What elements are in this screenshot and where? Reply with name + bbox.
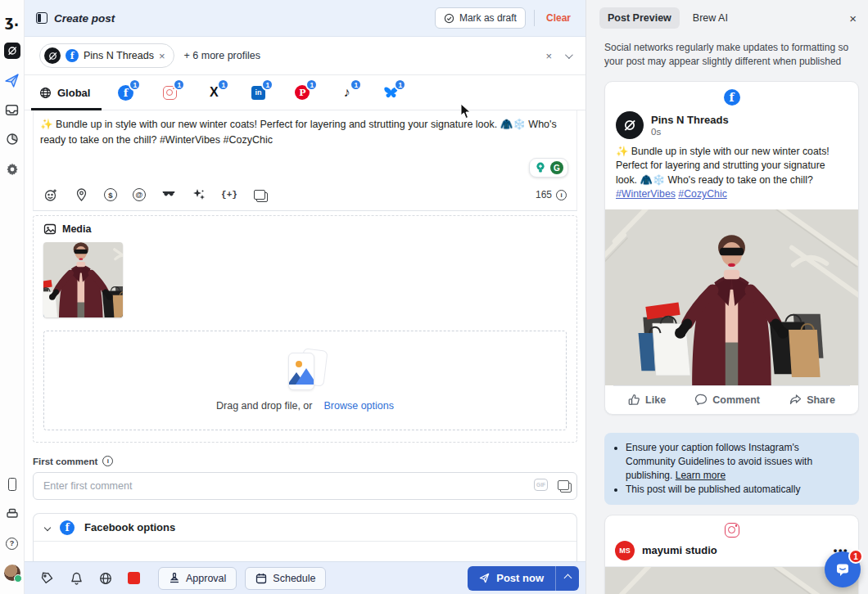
media-library-icon[interactable] <box>558 480 569 490</box>
workspace-avatar[interactable] <box>3 42 21 60</box>
chevron-down-icon[interactable] <box>565 51 573 59</box>
mark-as-draft-button[interactable]: Mark as draft <box>435 7 526 29</box>
composer-footer: Approval Schedule Post now <box>25 561 585 594</box>
tab-badge: 1 <box>129 79 141 91</box>
tab-badge: 1 <box>350 79 362 91</box>
notification-bell-icon[interactable] <box>69 571 84 586</box>
post-now-button[interactable]: Post now <box>468 566 555 591</box>
nav-publish[interactable] <box>3 71 21 89</box>
schedule-button[interactable]: Schedule <box>245 567 326 590</box>
approval-button[interactable]: Approval <box>158 567 237 590</box>
tab-x-twitter[interactable]: X 1 <box>205 83 223 101</box>
composer-header: Create post Mark as draft Clear <box>25 0 585 37</box>
inbox-icon <box>5 103 19 117</box>
nav-settings[interactable] <box>3 160 21 178</box>
collapse-chevron-icon <box>44 524 51 530</box>
chat-bubble-icon <box>834 561 851 578</box>
learn-more-link[interactable]: Learn more <box>676 470 726 481</box>
tab-pinterest[interactable]: P 1 <box>293 83 311 101</box>
chat-widget-button[interactable]: 1 <box>825 551 861 587</box>
facebook-options-header[interactable]: f Facebook options <box>34 514 576 542</box>
thumbs-up-icon <box>628 394 640 406</box>
chevron-up-icon <box>563 574 572 583</box>
tab-facebook[interactable]: f 1 <box>116 83 134 101</box>
more-profiles-link[interactable]: + 6 more profiles <box>184 50 260 61</box>
left-icon-rail: ʒ. <box>0 0 25 594</box>
product-tag-icon[interactable]: $ <box>104 188 117 201</box>
hashtag-link: #CozyChic <box>678 188 726 200</box>
instagram-icon <box>725 523 739 538</box>
tab-post-preview[interactable]: Post Preview <box>599 7 680 29</box>
image-placeholder-icon <box>287 349 324 392</box>
media-library-icon[interactable] <box>252 187 267 202</box>
tab-global[interactable]: Global <box>39 75 90 110</box>
send-icon <box>479 573 490 583</box>
media-thumbnail[interactable] <box>43 242 123 317</box>
network-tabs: Global f 1 1 X 1 in 1 <box>25 75 585 110</box>
approval-stamp-icon <box>169 573 180 584</box>
tiktok-icon: ♪ <box>343 85 350 100</box>
globe-icon[interactable] <box>98 571 113 586</box>
meme-sunglasses-icon[interactable] <box>161 187 176 202</box>
caption-textarea[interactable]: ✨ Bundle up in style with our new winter… <box>40 117 559 155</box>
paper-plane-icon <box>5 74 19 88</box>
comment-button: Comment <box>695 394 760 406</box>
tab-instagram[interactable]: 1 <box>160 83 179 101</box>
calendar-icon <box>255 573 267 584</box>
panel-toggle-icon[interactable] <box>36 12 47 24</box>
nav-inbox[interactable] <box>3 101 21 119</box>
nav-analytics[interactable] <box>3 130 21 148</box>
idea-lightbulb-icon[interactable] <box>534 161 547 174</box>
info-icon[interactable]: i <box>102 456 113 466</box>
ai-assistant-icon[interactable] <box>192 187 206 202</box>
facebook-options-title: Facebook options <box>84 521 175 533</box>
app-logo: ʒ. <box>3 12 21 30</box>
facebook-icon: f <box>66 49 79 62</box>
user-profile[interactable] <box>3 564 21 582</box>
browse-options-link[interactable]: Browse options <box>323 400 393 412</box>
tab-bluesky[interactable]: 1 <box>382 83 400 101</box>
first-comment-section: First comment i GIF <box>33 456 577 500</box>
clear-button[interactable]: Clear <box>543 12 574 24</box>
tab-linkedin[interactable]: in 1 <box>249 83 267 101</box>
facebook-icon: f <box>60 520 75 535</box>
grammar-checker-icon[interactable]: G <box>550 161 563 174</box>
file-dropzone[interactable]: Drag and drop file, or Browse options <box>43 331 567 430</box>
facebook-preview-card: f Pins N Threads 0s ✨ Bundle up in style… <box>604 81 859 415</box>
profile-name: Pins N Threads <box>84 50 154 61</box>
close-panel-icon[interactable]: × <box>849 11 857 25</box>
mention-icon[interactable]: @ <box>133 188 146 201</box>
gif-picker-icon[interactable]: GIF <box>534 479 548 491</box>
emoji-picker-icon[interactable] <box>43 187 58 202</box>
composer-panel: Create post Mark as draft Clear <box>25 0 585 594</box>
profile-chip[interactable]: f Pins N Threads × <box>39 43 174 68</box>
nav-help[interactable]: ? <box>3 534 21 552</box>
user-avatar <box>4 565 20 581</box>
app-window: ʒ. <box>0 0 868 594</box>
variables-icon[interactable]: {+} <box>222 187 237 202</box>
help-icon: ? <box>6 538 18 550</box>
post-now-split-button: Post now <box>468 566 579 591</box>
composer-body: f Pins N Threads × + 6 more profiles × <box>25 37 585 561</box>
nav-mobile[interactable] <box>3 475 21 493</box>
first-comment-input[interactable] <box>33 472 577 500</box>
remove-profile-icon[interactable]: × <box>159 50 165 62</box>
draft-icon <box>444 13 454 24</box>
nav-print[interactable] <box>3 505 21 523</box>
red-label-swatch[interactable] <box>128 572 140 584</box>
post-options-caret[interactable] <box>556 566 579 591</box>
chat-unread-badge: 1 <box>848 549 863 564</box>
tab-tiktok[interactable]: ♪ 1 <box>337 83 355 101</box>
label-tag-icon[interactable] <box>39 571 54 586</box>
preview-post-image <box>605 566 858 594</box>
location-pin-icon[interactable] <box>74 187 88 202</box>
info-icon[interactable]: i <box>556 190 567 200</box>
clear-profiles-icon[interactable]: × <box>545 50 552 62</box>
workspace-logo-icon <box>4 43 20 59</box>
preview-panel: Post Preview Brew AI × Social networks r… <box>585 0 868 594</box>
tab-brew-ai[interactable]: Brew AI <box>693 12 728 24</box>
preview-post-image <box>605 209 858 385</box>
hashtag-link: #WinterVibes <box>616 188 676 200</box>
media-image-icon <box>43 223 57 236</box>
gear-icon <box>6 162 19 175</box>
